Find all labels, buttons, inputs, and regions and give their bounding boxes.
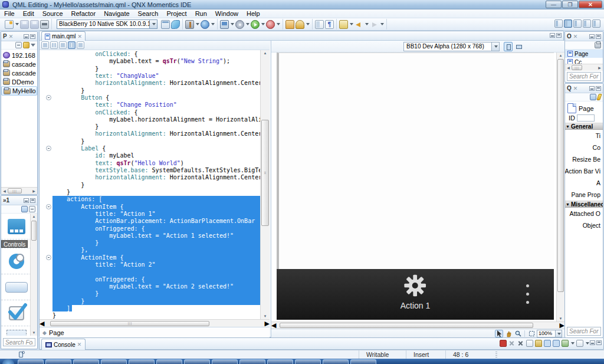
code-line[interactable]: actions: [ (52, 196, 260, 203)
code-editor[interactable]: onClicked: { myLabel.text = qsTr("New St… (40, 50, 260, 319)
breadcrumb[interactable]: ◆ Page (40, 327, 270, 338)
menu-help[interactable]: Help (242, 9, 264, 18)
source-only-icon[interactable] (41, 41, 49, 49)
outline-close-icon[interactable]: ✕ (573, 34, 578, 40)
code-line[interactable]: } (52, 240, 260, 247)
code-line[interactable] (52, 268, 260, 276)
code-line[interactable]: myLabel.text = "Action 1 selected!" (52, 232, 260, 240)
properties-close-icon[interactable]: ✕ (573, 86, 578, 91)
minimize-panel-icon[interactable] (24, 34, 29, 39)
palette-tab-stack[interactable]: »1 (3, 197, 9, 204)
printer-icon[interactable] (595, 42, 601, 48)
menu-refactor[interactable]: Refactor (67, 9, 100, 18)
pan-hand-icon[interactable] (504, 330, 513, 337)
properties-view-icon[interactable] (590, 94, 596, 100)
code-line[interactable]: title: "Action 2" (52, 261, 260, 268)
remove-launch-icon[interactable] (508, 340, 516, 347)
maximize-panel-icon[interactable] (596, 340, 602, 345)
window-preview-icon[interactable] (161, 20, 170, 29)
editor-vscrollbar[interactable]: ▲ ≡ ▼ (260, 50, 270, 319)
build-config-icon[interactable] (201, 20, 209, 29)
sdk-selector[interactable]: BlackBerry 10 Native SDK 10.0.9.1673 (57, 19, 157, 29)
menu-search[interactable]: Search (134, 9, 163, 18)
section-general[interactable]: ▼General (565, 123, 603, 130)
menu-window[interactable]: Window (211, 9, 242, 18)
fit-to-window-icon[interactable] (527, 330, 536, 337)
print-icon[interactable] (40, 20, 49, 29)
scroll-up-icon[interactable]: ▲ (261, 50, 270, 56)
preview-vscrollbar[interactable]: ▲ ▼ (556, 53, 564, 322)
minimize-panel-icon[interactable] (590, 340, 595, 345)
code-line[interactable]: horizontalAlignment: HorizontalAlignment… (52, 174, 260, 181)
fold-marker[interactable] (46, 146, 51, 151)
tab-main-qml[interactable]: main.qml ✕ (41, 31, 86, 41)
taskbar-button[interactable] (45, 359, 71, 364)
menu-source[interactable]: Source (38, 9, 67, 18)
run-icon[interactable] (251, 20, 260, 29)
code-line[interactable]: ActionBar.placement: ActionBarPlacement.… (52, 218, 260, 225)
scroll-right-icon[interactable]: ▶ (31, 188, 37, 195)
code-line[interactable]: text: "ChangValue" (52, 73, 260, 80)
scroll-left-icon[interactable]: ◀ (565, 64, 572, 71)
minimize-button[interactable]: — (546, 1, 562, 8)
split-horizontal-icon[interactable] (59, 41, 67, 49)
code-line[interactable]: myLabel.horizontalAlignment = Horizontal… (52, 116, 260, 123)
code-line[interactable]: } (52, 123, 260, 130)
maximize-panel-icon[interactable] (30, 34, 35, 39)
properties-search-input[interactable] (567, 327, 601, 336)
search-flashlight-icon[interactable] (296, 20, 304, 29)
minimize-panel-icon[interactable] (589, 34, 595, 39)
project-explorer-close-icon[interactable]: ✕ (9, 34, 14, 40)
palette-item-container[interactable] (1, 326, 31, 336)
code-line[interactable]: textStyle.base: SystemDefaults.TextStyle… (52, 167, 260, 174)
code-line[interactable]: horizontalAlignment: HorizontalAlignment… (52, 130, 260, 137)
maximize-editor-icon[interactable] (556, 33, 562, 38)
code-line[interactable]: Label { (52, 145, 260, 152)
save-all-icon[interactable] (30, 20, 39, 29)
tree-item-cascade[interactable]: cascade (1, 68, 37, 77)
start-button[interactable] (2, 359, 14, 364)
scroll-left-icon[interactable]: ◀ (1, 188, 8, 195)
build-icon[interactable] (185, 20, 194, 29)
taskbar-button[interactable] (350, 359, 376, 364)
windows-taskbar[interactable] (0, 359, 604, 364)
code-line[interactable]: myLabel.text = "Action 2 selected!" (52, 283, 260, 290)
save-icon[interactable] (20, 20, 29, 29)
code-line[interactable]: } (52, 138, 260, 145)
show-whitespace-icon[interactable]: ¶ (325, 20, 334, 29)
pin-console-icon[interactable] (562, 340, 569, 347)
palette-item-button[interactable] (1, 274, 31, 300)
scroll-up-icon[interactable]: ▲ (557, 53, 564, 58)
maximize-panel-icon[interactable] (30, 198, 35, 203)
quickfix-bolt-icon[interactable] (596, 94, 602, 100)
debug-icon[interactable] (235, 20, 244, 29)
zoom-level-value[interactable]: 100% (537, 330, 556, 337)
menu-navigate[interactable]: Navigate (100, 9, 133, 18)
open-perspective-icon[interactable] (554, 19, 563, 28)
fold-marker[interactable] (46, 95, 51, 100)
landscape-orientation-button[interactable] (514, 42, 523, 51)
split-vertical-icon[interactable] (68, 41, 76, 49)
code-lines[interactable]: onClicked: { myLabel.text = qsTr("New St… (52, 51, 260, 319)
maximize-panel-icon[interactable] (596, 34, 601, 39)
code-line[interactable]: myLabel.text = qsTr("New String"); (52, 58, 260, 65)
zoom-magnifier-icon[interactable] (514, 330, 522, 337)
palette-item-actionbar[interactable] (1, 214, 31, 240)
close-button[interactable]: ✕ (579, 1, 602, 8)
code-line[interactable]: horizontalAlignment: HorizontalAlignment… (52, 80, 260, 87)
select-cursor-icon[interactable] (495, 330, 503, 337)
fold-marker[interactable] (46, 255, 51, 260)
cpp-perspective-icon[interactable] (573, 19, 582, 28)
taskbar-button[interactable] (156, 359, 182, 364)
taskbar-button[interactable] (184, 359, 210, 364)
device-screen[interactable] (277, 53, 554, 269)
restore-button[interactable]: ❐ (562, 1, 578, 8)
forward-icon[interactable] (370, 20, 379, 29)
device-selector-value[interactable]: BB10 Dev Alpha (1280 x 768) (403, 42, 492, 51)
breadcrumb-label[interactable]: Page (49, 329, 64, 336)
code-line[interactable]: } (52, 65, 260, 73)
show-stdout-icon[interactable] (553, 340, 560, 347)
zoom-level-selector[interactable]: 100% (537, 330, 562, 337)
menu-edit[interactable]: Edit (19, 9, 38, 18)
design-mode-icon[interactable] (171, 20, 180, 29)
